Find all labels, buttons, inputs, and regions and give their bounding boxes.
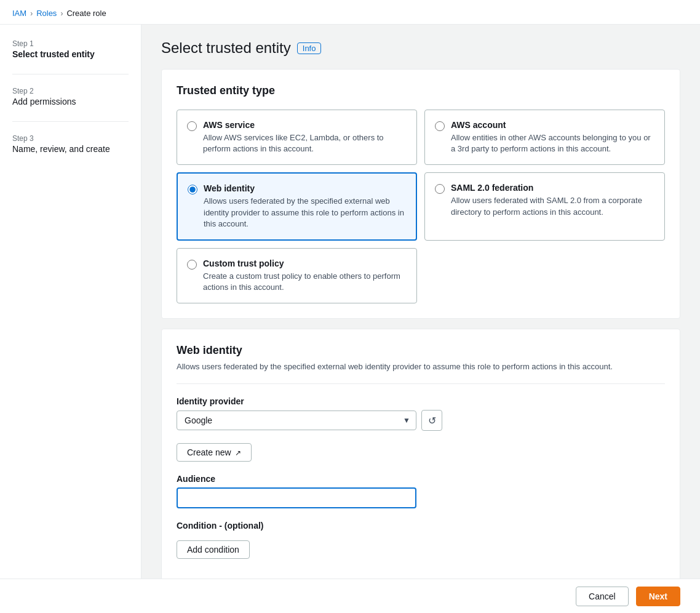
aws-service-content: AWS service Allow AWS services like EC2,… xyxy=(203,120,407,154)
web-identity-desc: Allows users federated by the specified … xyxy=(204,196,406,230)
option-web-identity[interactable]: Web identity Allows users federated by t… xyxy=(177,172,417,241)
sidebar: Step 1 Select trusted entity Step 2 Add … xyxy=(0,25,141,611)
web-identity-section-desc: Allows users federated by the specified … xyxy=(177,362,665,371)
radio-aws-service[interactable] xyxy=(187,121,197,131)
breadcrumb-iam[interactable]: IAM xyxy=(12,9,26,18)
add-condition-button[interactable]: Add condition xyxy=(177,540,250,559)
custom-trust-title: Custom trust policy xyxy=(203,258,407,268)
sidebar-step-1: Step 1 Select trusted entity xyxy=(12,39,129,59)
breadcrumb-current: Create role xyxy=(66,9,106,18)
section-divider xyxy=(177,383,665,384)
identity-provider-select-wrapper: Google Amazon Cognito Login with Amazon … xyxy=(177,411,416,430)
step-3-name: Name, review, and create xyxy=(12,144,129,154)
radio-saml-federation[interactable] xyxy=(435,184,445,194)
condition-group: Condition - (optional) Add condition xyxy=(177,521,665,559)
option-aws-service[interactable]: AWS service Allow AWS services like EC2,… xyxy=(177,110,417,165)
saml-title: SAML 2.0 federation xyxy=(451,183,654,193)
trusted-entity-options: AWS service Allow AWS services like EC2,… xyxy=(177,110,665,303)
step-2-name: Add permissions xyxy=(12,97,129,106)
main-content: Select trusted entity Info Trusted entit… xyxy=(141,25,700,611)
radio-custom-trust[interactable] xyxy=(187,260,197,270)
saml-desc: Allow users federated with SAML 2.0 from… xyxy=(451,195,654,217)
aws-account-content: AWS account Allow entities in other AWS … xyxy=(451,120,654,154)
add-condition-label: Add condition xyxy=(187,545,239,555)
step-2-label: Step 2 xyxy=(12,87,129,95)
info-link[interactable]: Info xyxy=(297,42,322,54)
custom-trust-content: Custom trust policy Create a custom trus… xyxy=(203,258,407,293)
footer: Cancel Next xyxy=(0,579,700,613)
breadcrumb-sep-2: › xyxy=(60,9,63,18)
saml-content: SAML 2.0 federation Allow users federate… xyxy=(451,183,654,217)
custom-trust-desc: Create a custom trust policy to enable o… xyxy=(203,271,407,293)
next-button[interactable]: Next xyxy=(636,587,680,606)
step-1-label: Step 1 xyxy=(12,39,129,48)
trusted-entity-card-title: Trusted entity type xyxy=(177,84,665,97)
sidebar-step-2: Step 2 Add permissions xyxy=(12,87,129,106)
cancel-button[interactable]: Cancel xyxy=(576,587,629,606)
web-identity-section-title: Web identity xyxy=(177,344,665,357)
step-1-name: Select trusted entity xyxy=(12,49,129,59)
breadcrumb: IAM › Roles › Create role xyxy=(0,0,700,25)
aws-account-desc: Allow entities in other AWS accounts bel… xyxy=(451,132,654,154)
sidebar-step-3: Step 3 Name, review, and create xyxy=(12,134,129,154)
web-identity-title: Web identity xyxy=(204,183,406,193)
web-identity-content: Web identity Allows users federated by t… xyxy=(204,183,406,230)
refresh-button[interactable]: ↺ xyxy=(421,410,442,431)
sidebar-divider-1 xyxy=(12,74,129,74)
web-identity-section: Web identity Allows users federated by t… xyxy=(161,329,680,587)
audience-input[interactable] xyxy=(177,487,416,508)
trusted-entity-card: Trusted entity type AWS service Allow AW… xyxy=(161,69,680,319)
breadcrumb-sep-1: › xyxy=(30,9,33,18)
radio-aws-account[interactable] xyxy=(435,121,445,131)
sidebar-divider-2 xyxy=(12,121,129,122)
external-link-icon xyxy=(235,447,241,457)
aws-service-desc: Allow AWS services like EC2, Lambda, or … xyxy=(203,132,407,154)
page-header: Select trusted entity Info xyxy=(161,39,680,57)
create-new-label: Create new xyxy=(187,447,231,457)
identity-provider-row: Google Amazon Cognito Login with Amazon … xyxy=(177,410,665,431)
create-new-button[interactable]: Create new xyxy=(177,443,252,462)
page-title: Select trusted entity xyxy=(161,39,291,57)
audience-group: Audience xyxy=(177,474,665,508)
identity-provider-label: Identity provider xyxy=(177,396,665,406)
condition-label: Condition - (optional) xyxy=(177,521,665,531)
breadcrumb-roles[interactable]: Roles xyxy=(36,9,57,18)
aws-service-title: AWS service xyxy=(203,120,407,130)
step-3-label: Step 3 xyxy=(12,134,129,143)
radio-web-identity[interactable] xyxy=(188,185,197,194)
audience-label: Audience xyxy=(177,474,665,484)
aws-account-title: AWS account xyxy=(451,120,654,130)
identity-provider-group: Identity provider Google Amazon Cognito … xyxy=(177,396,665,431)
option-custom-trust[interactable]: Custom trust policy Create a custom trus… xyxy=(177,248,417,303)
option-saml-federation[interactable]: SAML 2.0 federation Allow users federate… xyxy=(424,172,665,241)
identity-provider-select[interactable]: Google Amazon Cognito Login with Amazon … xyxy=(177,411,416,430)
option-aws-account[interactable]: AWS account Allow entities in other AWS … xyxy=(424,110,665,165)
refresh-icon: ↺ xyxy=(428,415,436,427)
